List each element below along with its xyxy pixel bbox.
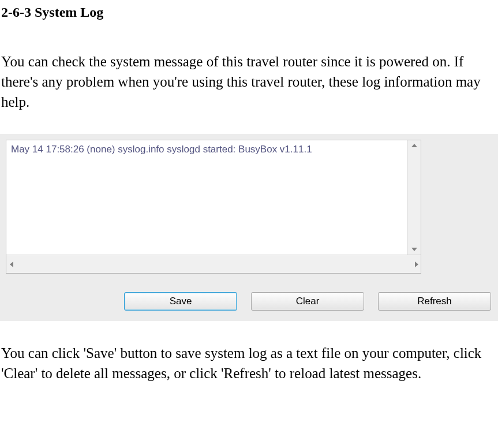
section-heading: 2-6-3 System Log bbox=[0, 0, 498, 20]
scroll-up-icon[interactable] bbox=[411, 144, 417, 147]
system-log-panel: May 14 17:58:26 (none) syslog.info syslo… bbox=[0, 134, 498, 321]
scroll-left-icon[interactable] bbox=[10, 262, 13, 267]
button-row: Save Clear Refresh bbox=[6, 274, 491, 311]
refresh-button[interactable]: Refresh bbox=[378, 292, 491, 311]
scroll-right-icon[interactable] bbox=[415, 262, 418, 267]
log-content[interactable]: May 14 17:58:26 (none) syslog.info syslo… bbox=[6, 140, 407, 255]
outro-paragraph: You can click 'Save' button to save syst… bbox=[0, 321, 498, 383]
intro-paragraph: You can check the system message of this… bbox=[0, 20, 498, 112]
scroll-down-icon[interactable] bbox=[411, 248, 417, 251]
log-textarea-container: May 14 17:58:26 (none) syslog.info syslo… bbox=[6, 140, 421, 274]
horizontal-scrollbar[interactable] bbox=[6, 255, 421, 273]
vertical-scrollbar[interactable] bbox=[407, 140, 421, 255]
save-button[interactable]: Save bbox=[124, 292, 237, 311]
clear-button[interactable]: Clear bbox=[251, 292, 364, 311]
